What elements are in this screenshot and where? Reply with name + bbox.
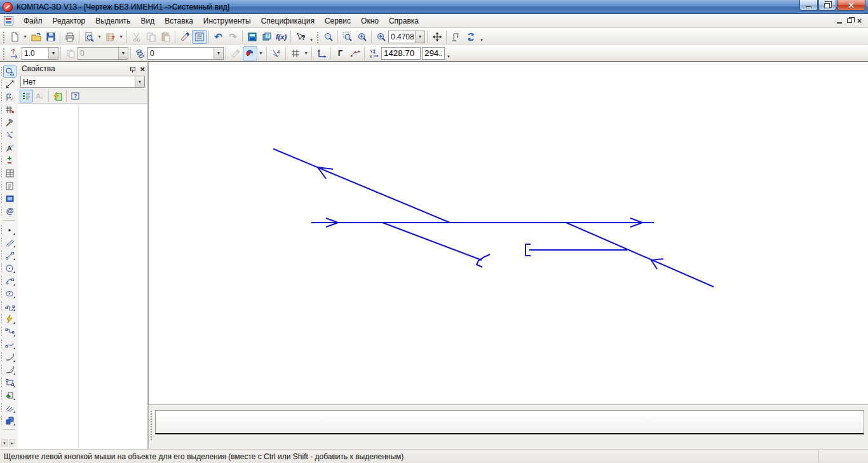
angle-snap-button[interactable]: 4 [269,46,283,60]
layer-dropdown[interactable]: ▾ [214,48,223,59]
close-button[interactable]: ✕ [837,0,865,11]
zoom-scale-dropdown[interactable]: ▾ [415,31,424,43]
quick-report-button[interactable] [51,90,64,102]
circle-tool[interactable] [3,262,17,274]
specification-panel-button[interactable] [3,167,17,179]
point-tool[interactable] [3,224,17,236]
mdi-close-icon[interactable]: × [857,17,862,25]
menu-editor[interactable]: Редактор [48,15,91,27]
snaps-toggle-button[interactable] [243,46,257,60]
page-setup-button[interactable] [103,30,118,44]
local-cs-button[interactable] [314,46,329,60]
rebuild-button[interactable] [449,30,463,44]
layer-value[interactable]: 0 [148,49,214,58]
object-help-button[interactable]: ? [293,30,308,44]
grid-button[interactable] [288,46,302,60]
toolbar-overflow-button[interactable]: ▾ [445,46,452,60]
toolbar-grip[interactable] [2,47,5,60]
editing-panel-button[interactable] [3,116,17,128]
menu-tools[interactable]: Инструменты [198,15,256,27]
refresh-button[interactable] [463,30,478,44]
designations-panel-button[interactable] [3,91,17,103]
dimensions-panel-button[interactable] [3,78,17,90]
properties-toggle-button[interactable] [192,30,207,44]
arc-tool[interactable] [3,275,17,287]
segment-tool[interactable] [3,249,17,261]
coord-y-field[interactable] [422,47,445,60]
pan-button[interactable] [430,30,444,44]
save-button[interactable] [43,30,58,44]
chamfer-tool[interactable] [3,351,17,363]
properties-grid[interactable] [18,103,147,449]
reports-panel-button[interactable] [3,180,17,192]
auxiliary-line-tool[interactable] [3,237,17,249]
copies-combo[interactable]: 0 ▾ [78,47,128,60]
toolbar-overflow-button[interactable]: ▾ [308,30,315,44]
menu-window[interactable]: Окно [356,15,384,27]
segment-diagonal-middle[interactable] [383,223,482,260]
collect-contour-tool[interactable] [3,389,17,401]
copies-button[interactable] [63,46,78,60]
menu-specification[interactable]: Спецификация [256,15,320,27]
zoom-frame-button[interactable] [321,30,336,44]
macro-panel-button[interactable]: @ [3,205,17,218]
properties-close-icon[interactable]: × [140,65,145,73]
print-button[interactable] [62,30,77,44]
menu-file[interactable]: Файл [18,15,48,27]
pin-icon[interactable] [130,66,136,72]
copies-dropdown[interactable]: ▾ [118,48,128,59]
designations-build-panel-button[interactable] [3,104,17,116]
snap-points-button[interactable] [348,46,362,60]
mdi-minimize-icon[interactable] [837,22,842,24]
zoom-in-out-button[interactable] [355,30,369,44]
toolbar-overflow-button[interactable]: ▾ [478,30,485,44]
step-value[interactable]: 1.0 [22,49,48,58]
copy-layer-properties-button[interactable] [228,46,243,60]
polyline-tool[interactable] [3,326,17,338]
minimize-button[interactable] [799,0,818,11]
print-preview-dropdown[interactable]: ▾ [96,28,103,45]
copy-properties-button[interactable] [177,30,192,44]
break-mark[interactable] [477,254,490,267]
layer-combo[interactable]: 0 ▾ [147,47,224,60]
selection-dropdown[interactable]: ▾ [135,76,144,87]
step-combo[interactable]: 1.0 ▾ [22,47,58,60]
continuous-input-tool[interactable] [3,313,17,325]
open-button[interactable] [29,30,43,44]
drawing-svg[interactable] [149,62,868,405]
fx-button[interactable]: f(x) [274,30,288,44]
zoom-scale-combo[interactable]: 0.4708 ▾ [388,31,425,43]
parametrization-panel-button[interactable] [3,129,17,141]
ellipse-tool[interactable] [3,287,17,300]
fillet-tool[interactable] [3,364,17,376]
panel-help-button[interactable]: ? [69,90,82,102]
zoom-scale-value[interactable]: 0.4708 [389,32,415,41]
menu-help[interactable]: Справка [384,15,424,27]
measure-panel-button[interactable]: A [3,142,17,154]
bezier-tool[interactable] [3,338,17,350]
redo-button[interactable]: ↷ [226,30,240,44]
new-document-dropdown[interactable]: ▾ [22,28,29,45]
toolbar-grip[interactable] [316,31,319,43]
drawing-canvas[interactable] [148,62,868,405]
segment-diagonal-right[interactable] [566,223,714,287]
page-setup-dropdown[interactable]: ▾ [118,28,125,45]
document-system-icon[interactable] [4,16,13,25]
zoom-in-button[interactable] [374,30,388,44]
message-bar[interactable] [155,410,864,434]
layers-button[interactable] [133,46,147,60]
menu-insert[interactable]: Вставка [159,15,198,27]
sort-button[interactable]: А↓ [33,90,46,102]
show-document-windows-button[interactable] [245,30,259,44]
copy-button[interactable] [144,30,158,44]
new-document-button[interactable] [7,30,22,44]
property-bar-grip[interactable] [150,410,153,441]
categorized-view-button[interactable] [20,90,33,102]
rectangle-tool[interactable] [3,377,17,389]
variables-button[interactable]: ? [259,30,274,44]
snaps-dropdown[interactable]: ▾ [257,45,264,61]
menu-select[interactable]: Выделить [90,15,135,27]
segment-diagonal-left[interactable] [273,149,450,223]
coord-x-field[interactable] [381,47,421,60]
hatch-lines-tool[interactable] [3,402,17,414]
